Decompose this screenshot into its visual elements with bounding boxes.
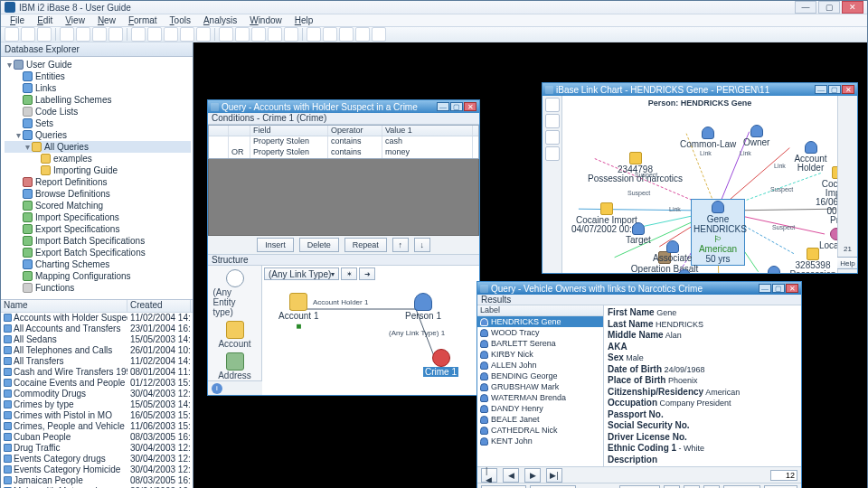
result-row[interactable]: WATERMAN Brenda xyxy=(477,392,603,403)
result-row[interactable]: BARLETT Serena xyxy=(477,338,603,349)
nav-first-button[interactable]: |◀ xyxy=(481,468,497,483)
result-row[interactable]: CATHEDRAL Nick xyxy=(477,425,603,436)
window-close-button[interactable]: ✕ xyxy=(842,1,863,14)
palette-item[interactable]: Address xyxy=(213,352,257,380)
menu-window[interactable]: Window xyxy=(244,14,288,26)
toolbar-button-8[interactable] xyxy=(147,27,162,42)
refresh-button[interactable]: Refresh xyxy=(481,485,526,489)
close-results-button[interactable]: Close xyxy=(723,485,760,489)
scope-button[interactable]: Scope... xyxy=(530,485,576,489)
chart-node[interactable]: 3285398Possession of narcotics xyxy=(788,248,837,273)
properties-panel[interactable]: First Name GeneLast Name HENDRICKSMiddle… xyxy=(604,305,801,466)
tree-node[interactable]: ▾All Queries xyxy=(5,141,191,153)
results-list[interactable]: Label HENDRICKS GeneWOOD TracyBARLETT Se… xyxy=(477,305,604,466)
lc-tool-palette[interactable] xyxy=(542,96,562,273)
link-chart-window[interactable]: iBase Link Chart - HENDRICKS Gene - PER\… xyxy=(542,82,858,274)
query-results-window[interactable]: Query - Vehicle Owners with links to Nar… xyxy=(476,281,802,488)
chart-node[interactable]: Common-Law xyxy=(680,127,736,149)
move-down-button[interactable]: ↓ xyxy=(414,238,430,252)
toolbar-button-4[interactable] xyxy=(76,27,90,42)
query-list-row[interactable]: Crimes by type15/05/2003 14:49:57 xyxy=(1,399,193,410)
qw2-titlebar[interactable]: Query - Vehicle Owners with links to Nar… xyxy=(477,282,801,295)
link-chart-canvas[interactable]: Person: HENDRICKS Gene Gene HENDRICKS 🏳 … xyxy=(562,96,837,273)
tree-node[interactable]: Code Lists xyxy=(5,106,191,117)
result-row[interactable]: WOOD Tracy xyxy=(477,327,603,338)
query-list-row[interactable]: All Accounts and Transfers23/01/2004 16:… xyxy=(1,324,193,334)
query-list-row[interactable]: Crimes, People and Vehicle Ownership11/0… xyxy=(1,421,193,432)
menu-file[interactable]: File xyxy=(5,14,30,26)
results-count-input[interactable] xyxy=(770,470,797,481)
tree-node[interactable]: Importing Guide xyxy=(5,164,191,176)
structure-canvas[interactable]: (Any Link Type) ▾ ✶ ➜ Account 1■ xyxy=(262,266,479,395)
query-list-row[interactable]: Accounts with Holder Suspect in a Crime1… xyxy=(1,313,193,324)
qw1-min-button[interactable]: — xyxy=(437,102,449,111)
qw2-close-button[interactable]: ✕ xyxy=(786,284,798,293)
menu-view[interactable]: View xyxy=(60,14,90,26)
palette-item[interactable]: (Any Entity type) xyxy=(213,269,257,317)
tree-node[interactable]: Charting Schemes xyxy=(5,258,191,270)
query-list-row[interactable]: All Telephones and Calls26/01/2004 10:27… xyxy=(1,345,193,356)
move-up-button[interactable]: ↑ xyxy=(392,238,409,252)
query-list-row[interactable]: Jamaican People08/03/2005 16:01:49 xyxy=(1,475,193,486)
result-row[interactable]: ALLEN John xyxy=(477,360,603,371)
toolbar-button-17[interactable] xyxy=(307,27,321,42)
query-list-row[interactable]: Drug Traffic30/04/2003 12:17:20 xyxy=(1,443,193,454)
nav-last-button[interactable]: ▶| xyxy=(546,468,562,483)
toolbar-button-13[interactable] xyxy=(235,27,250,42)
toolbar-button-12[interactable] xyxy=(219,27,233,42)
nav-prev-button[interactable]: ◀ xyxy=(503,468,519,483)
tree-node[interactable]: ▾Queries xyxy=(5,129,191,141)
window-max-button[interactable]: ▢ xyxy=(818,1,840,14)
col-name[interactable]: Name xyxy=(1,300,127,312)
toolbar-button-9[interactable] xyxy=(164,27,178,42)
menu-help[interactable]: Help xyxy=(289,14,319,26)
result-row[interactable]: HENDRICKS Gene xyxy=(477,316,603,327)
qw2-max-button[interactable]: ▢ xyxy=(772,284,785,293)
condition-row[interactable]: Property Stolencontainscash xyxy=(209,136,478,147)
query-list-row[interactable]: Cuban People08/03/2005 16:01:49 xyxy=(1,432,193,443)
tree-node[interactable]: Mapping Configurations xyxy=(5,270,191,282)
tree-node[interactable]: Sets xyxy=(5,117,191,129)
tree-node[interactable]: Import Batch Specifications xyxy=(5,235,191,247)
tree-node[interactable]: Export Batch Specifications xyxy=(5,247,191,258)
chart-button-2[interactable]: ▤ xyxy=(684,485,700,489)
tree-node[interactable]: Entities xyxy=(5,70,191,82)
chart-node[interactable]: Owner xyxy=(671,269,697,273)
query-builder-window[interactable]: Query - Accounts with Holder Suspect in … xyxy=(207,99,480,396)
menu-tools[interactable]: Tools xyxy=(165,14,196,26)
chart-node[interactable]: Target xyxy=(626,222,651,245)
query-list-row[interactable]: Cocaine Events and People01/12/2003 15:2… xyxy=(1,378,193,389)
lc-max-button[interactable]: ▢ xyxy=(828,85,841,94)
lc-help-button[interactable]: Help xyxy=(835,257,857,269)
query-list-row[interactable]: Events Category Homicide30/04/2003 12:17… xyxy=(1,465,193,475)
entity-crime-1[interactable]: Crime 1 xyxy=(423,349,458,377)
tree-node[interactable]: Browse Definitions xyxy=(5,188,191,200)
menu-analysis[interactable]: Analysis xyxy=(198,14,242,26)
toolbar-button-11[interactable] xyxy=(196,27,211,42)
result-row[interactable]: BEALE Janet xyxy=(477,414,603,425)
back-button[interactable]: < Back xyxy=(619,485,661,489)
condition-row[interactable]: ORProperty Stolencontainsmoney xyxy=(209,147,478,158)
query-list-row[interactable]: Cash and Wire Transfers 199708/01/2004 1… xyxy=(1,367,193,378)
toolbar-button-5[interactable] xyxy=(92,27,107,42)
query-list-row[interactable]: Events Category drugs30/04/2003 12:17:20 xyxy=(1,454,193,465)
lc-tool-4[interactable] xyxy=(545,146,560,161)
toolbar-button-10[interactable] xyxy=(180,27,194,42)
tree-node[interactable]: Scored Matching xyxy=(5,200,191,211)
result-row[interactable]: GRUBSHAW Mark xyxy=(477,381,603,392)
chart-button-1[interactable]: ▦ xyxy=(664,485,680,489)
lc-tool-1[interactable] xyxy=(545,98,560,112)
query-list-row[interactable]: Crimes with Pistol in MO16/05/2003 15:30… xyxy=(1,410,193,421)
lc-titlebar[interactable]: iBase Link Chart - HENDRICKS Gene - PER\… xyxy=(542,83,857,96)
col-created[interactable]: Created xyxy=(127,300,191,312)
lc-close-button[interactable]: ✕ xyxy=(842,85,854,94)
toolbar-button-19[interactable] xyxy=(339,27,354,42)
delete-button[interactable]: Delete xyxy=(299,238,339,252)
palette-item[interactable]: Account xyxy=(213,321,257,349)
chart-node[interactable]: 2344798Possession of narcotics xyxy=(588,152,683,183)
menu-new[interactable]: New xyxy=(92,14,121,26)
conditions-grid[interactable]: Field Operator Value 1 Property Stolenco… xyxy=(208,125,479,159)
help-button[interactable]: Help xyxy=(764,485,797,489)
nav-next-button[interactable]: ▶ xyxy=(524,468,541,483)
toolbar-button-3[interactable] xyxy=(60,27,74,42)
